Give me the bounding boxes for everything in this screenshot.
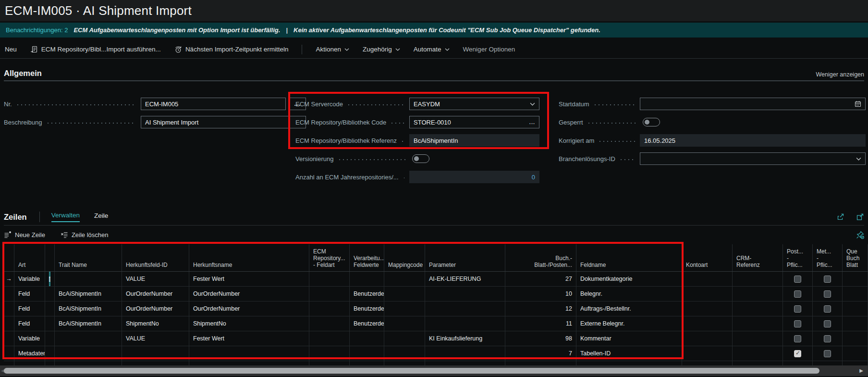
cell-mappingcode[interactable] <box>384 287 425 301</box>
cell-met_pflicht[interactable] <box>813 287 843 301</box>
nr-input[interactable]: ECM-IM005 <box>141 98 286 110</box>
expand-icon[interactable] <box>856 213 864 221</box>
cell-art[interactable]: Variable <box>14 331 45 346</box>
versionierung-toggle[interactable] <box>412 154 429 163</box>
col-header-verarbeitung_feldwerte[interactable]: Verarbeitu...Feldwerte <box>350 244 384 271</box>
col-header-menu[interactable] <box>45 244 55 271</box>
cell-kontoart[interactable] <box>682 287 733 301</box>
cell-quell_buch_blatt[interactable] <box>843 346 868 361</box>
beschreibung-input[interactable]: AI Shipment Import <box>141 116 306 128</box>
cell-trait_name[interactable] <box>55 272 122 286</box>
action-weniger-optionen[interactable]: Weniger Optionen <box>463 46 515 53</box>
allgemein-heading[interactable]: Allgemein <box>4 69 42 78</box>
cell-kontoart[interactable] <box>682 272 733 286</box>
cell-mappingcode[interactable] <box>384 272 425 286</box>
cell-menu[interactable] <box>45 316 55 331</box>
col-header-parameter[interactable]: Parameter <box>425 244 505 271</box>
calendar-icon[interactable] <box>855 101 861 107</box>
cell-verarbeitung_feldwerte[interactable] <box>350 331 384 346</box>
menu-automate[interactable]: Automate <box>414 46 450 53</box>
col-header-indicator[interactable] <box>4 244 14 271</box>
cell-buch_blatt_posten[interactable]: 12 <box>505 302 576 316</box>
cell-parameter[interactable] <box>425 302 505 316</box>
met_pflicht-checkbox[interactable] <box>824 350 831 357</box>
cell-verarbeitung_feldwerte[interactable]: Benutzerde... <box>350 302 384 316</box>
cell-verarbeitung_feldwerte[interactable]: Benutzerde... <box>350 287 384 301</box>
cell-feldname[interactable]: Dokumentkategorie <box>576 272 682 286</box>
cell-quell_buch_blatt[interactable] <box>843 316 868 331</box>
action-run-import[interactable]: ECM Repository/Bibl...Import ausführen..… <box>30 46 161 53</box>
pin-slash-icon[interactable] <box>856 231 864 239</box>
cell-indicator[interactable] <box>4 331 14 346</box>
post_pflicht-checkbox[interactable] <box>794 305 801 313</box>
action-neu[interactable]: Neu <box>5 46 17 53</box>
cell-met_pflicht[interactable] <box>813 272 843 286</box>
cell-buch_blatt_posten[interactable]: 98 <box>505 331 576 346</box>
post_pflicht-checkbox[interactable] <box>794 276 801 283</box>
cell-herkunftsfeld_id[interactable]: OurOrderNumber <box>122 302 189 316</box>
cell-parameter[interactable] <box>425 287 505 301</box>
col-header-herkunftsfeld_id[interactable]: Herkunftsfeld-ID <box>122 244 189 271</box>
cell-quell_buch_blatt[interactable] <box>843 302 868 316</box>
cell-ecm_feldart[interactable] <box>309 331 350 346</box>
cell-trait_name[interactable] <box>55 346 122 361</box>
cell-verarbeitung_feldwerte[interactable] <box>350 272 384 286</box>
cell-mappingcode[interactable] <box>384 346 425 361</box>
cell-indicator[interactable] <box>4 346 14 361</box>
cell-herkunftsfeld_id[interactable]: ShipmentNo <box>122 316 189 331</box>
cell-met_pflicht[interactable] <box>813 331 843 346</box>
lookup-dots-icon[interactable]: ... <box>529 119 535 125</box>
active-row-indicator[interactable]: → <box>4 272 14 286</box>
cell-trait_name[interactable]: BcAiShipmentIn <box>55 316 122 331</box>
cell-met_pflicht[interactable] <box>813 346 843 361</box>
show-less-link[interactable]: Weniger anzeigen <box>816 71 864 78</box>
cell-indicator[interactable] <box>4 316 14 331</box>
cell-menu[interactable] <box>45 302 55 316</box>
action-next-import-time[interactable]: Nächsten Import-Zeitpunkt ermitteln <box>174 46 289 53</box>
cell-feldname[interactable]: Belegnr. <box>576 287 682 301</box>
branchenloesungs-id-select[interactable] <box>640 152 866 165</box>
cell-parameter[interactable]: KI Einkaufslieferung <box>425 331 505 346</box>
col-header-post_pflicht[interactable]: Post...-Pflic... <box>783 244 813 271</box>
cell-met_pflicht[interactable] <box>813 316 843 331</box>
cell-herkunftsfeld_id[interactable] <box>122 346 189 361</box>
cell-ecm_feldart[interactable] <box>309 287 350 301</box>
scroll-right-arrow-icon[interactable]: ▶ <box>859 368 863 373</box>
share-icon[interactable] <box>836 213 844 221</box>
cell-kontoart[interactable] <box>682 316 733 331</box>
cell-parameter[interactable] <box>425 346 505 361</box>
met_pflicht-checkbox[interactable] <box>824 290 831 298</box>
col-header-met_pflicht[interactable]: Met...-Pflic... <box>813 244 843 271</box>
cell-verarbeitung_feldwerte[interactable]: Benutzerde... <box>350 316 384 331</box>
menu-zugehoerig[interactable]: Zugehörig <box>363 46 400 53</box>
cell-herkunftsname[interactable]: Fester Wert <box>189 272 309 286</box>
cell-crm_referenz[interactable] <box>733 316 783 331</box>
cell-kontoart[interactable] <box>682 346 733 361</box>
cell-herkunftsname[interactable]: OurOrderNumber <box>189 302 309 316</box>
cell-crm_referenz[interactable] <box>733 302 783 316</box>
cell-menu[interactable] <box>45 287 55 301</box>
cell-post_pflicht[interactable] <box>783 302 813 316</box>
ecm-repo-code-input[interactable]: STORE-0010 ... <box>409 116 539 128</box>
met_pflicht-checkbox[interactable] <box>824 320 831 327</box>
cell-trait_name[interactable]: BcAiShipmentIn <box>55 302 122 316</box>
cell-herkunftsfeld_id[interactable]: VALUE <box>122 272 189 286</box>
cell-quell_buch_blatt[interactable] <box>843 272 868 286</box>
cell-post_pflicht[interactable] <box>783 331 813 346</box>
post_pflicht-checkbox[interactable] <box>794 335 801 342</box>
cell-menu[interactable]: ⋮ <box>45 272 55 286</box>
gesperrt-toggle[interactable] <box>643 118 660 126</box>
cell-herkunftsname[interactable]: OurOrderNumber <box>189 287 309 301</box>
scrollbar-thumb[interactable] <box>4 368 819 374</box>
cell-art[interactable]: Feld <box>14 287 45 301</box>
chevron-down-icon[interactable] <box>856 157 861 161</box>
met_pflicht-checkbox[interactable] <box>824 335 831 342</box>
cell-buch_blatt_posten[interactable]: 27 <box>505 272 576 286</box>
cell-kontoart[interactable] <box>682 302 733 316</box>
col-header-ecm_feldart[interactable]: ECMRepository...- Feldart <box>309 244 350 271</box>
cell-post_pflicht[interactable] <box>783 346 813 361</box>
zeilen-heading[interactable]: Zeilen <box>4 213 27 222</box>
cell-trait_name[interactable] <box>55 331 122 346</box>
met_pflicht-checkbox[interactable] <box>824 276 831 283</box>
cell-art[interactable]: Metadaten... <box>14 346 45 361</box>
